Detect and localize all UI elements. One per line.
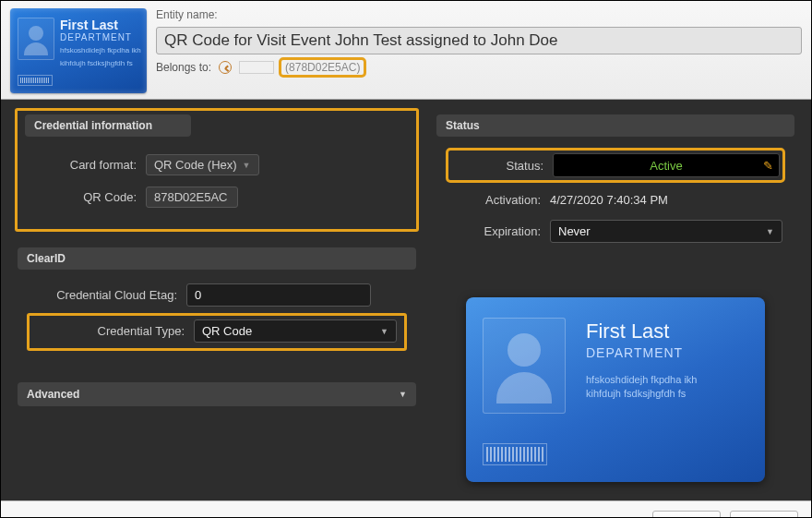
credential-cloud-etag-label: Credential Cloud Etag: <box>30 288 177 302</box>
card-format-select[interactable]: QR Code (Hex)▼ <box>146 154 259 175</box>
card-name: First Last <box>60 18 141 32</box>
credential-card-thumbnail: First Last DEPARTMENT hfskoshdidejh fkpd… <box>10 8 147 93</box>
card-department: DEPARTMENT <box>60 32 141 42</box>
preview-card-line2: kihfdujh fsdksjhgfdh fs <box>586 387 697 401</box>
entity-name-label: Entity name: <box>156 8 802 21</box>
activation-value: 4/27/2020 7:40:34 PM <box>550 193 668 207</box>
status-label: Status: <box>451 159 543 173</box>
chevron-down-icon: ▼ <box>399 390 407 399</box>
expiration-select[interactable]: Never▼ <box>550 220 782 243</box>
credential-cloud-etag-input[interactable] <box>186 283 371 307</box>
belongs-to-label: Belongs to: <box>156 61 211 74</box>
save-button[interactable]: Save <box>730 511 798 518</box>
belongs-to-chip[interactable] <box>239 61 274 74</box>
qr-code-value: 878D02E5AC <box>146 187 238 208</box>
chevron-down-icon: ▼ <box>380 327 388 336</box>
chevron-down-icon: ▼ <box>243 161 251 170</box>
cancel-button[interactable]: Cancel <box>652 511 721 518</box>
chevron-down-icon: ▼ <box>766 227 774 236</box>
qr-code-label: QR Code: <box>37 190 137 204</box>
edit-status-icon[interactable]: ✎ <box>763 159 773 173</box>
expiration-label: Expiration: <box>448 224 541 238</box>
preview-card-line1: hfskoshdidejh fkpdha ikh <box>586 373 697 387</box>
advanced-panel-header[interactable]: Advanced▼ <box>18 382 416 406</box>
clearid-panel: ClearID Credential Cloud Etag: Credentia… <box>18 247 416 366</box>
card-format-label: Card format: <box>37 158 137 172</box>
belongs-to-code-highlight: (878D02E5AC) <box>281 60 364 75</box>
user-clock-icon <box>219 61 232 74</box>
credential-type-select[interactable]: QR Code▼ <box>194 319 397 343</box>
credential-highlight: Credential information Card format: QR C… <box>16 109 418 231</box>
right-column: Status Status: Active ✎ Activation: 4/27… <box>436 114 794 482</box>
card-line1: hfskoshdidejh fkpdha ikh <box>60 46 141 55</box>
footer: Cancel Save <box>1 500 811 518</box>
status-panel: Status Status: Active ✎ Activation: 4/27… <box>436 114 794 259</box>
avatar-placeholder-icon <box>18 18 54 60</box>
barcode-icon <box>18 75 53 86</box>
credential-information-panel: Credential information Card format: QR C… <box>18 114 416 231</box>
entity-name-input[interactable] <box>156 27 802 54</box>
activation-label: Activation: <box>448 193 541 207</box>
clearid-header: ClearID <box>18 247 416 270</box>
preview-card-name: First Last <box>586 319 697 343</box>
card-line2: kihfdujh fsdksjhgfdh fs <box>60 59 141 68</box>
credential-information-header: Credential information <box>25 114 191 137</box>
status-header: Status <box>436 114 794 137</box>
credential-type-label: Credential Type: <box>37 324 185 338</box>
status-value: Active <box>650 159 682 173</box>
status-field[interactable]: Active ✎ <box>553 153 780 177</box>
belongs-to-code: (878D02E5AC) <box>285 61 360 74</box>
header-area: First Last DEPARTMENT hfskoshdidejh fkpd… <box>1 1 811 100</box>
preview-card-department: DEPARTMENT <box>586 345 697 360</box>
credential-card-preview: First Last DEPARTMENT hfskoshdidejh fkpd… <box>466 297 765 482</box>
main-content: Credential information Card format: QR C… <box>1 100 811 500</box>
barcode-icon <box>483 443 547 465</box>
avatar-placeholder-icon <box>483 318 566 414</box>
left-column: Credential information Card format: QR C… <box>18 114 416 482</box>
